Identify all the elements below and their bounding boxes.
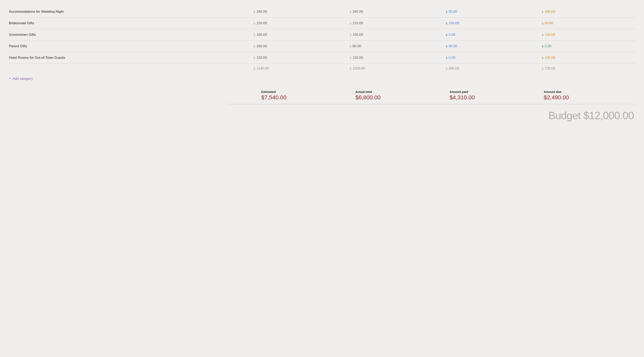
item-paid: $ 0.00 xyxy=(444,52,540,64)
actual-value: 210.00 xyxy=(352,21,363,25)
actual-value: 80.00 xyxy=(352,44,361,48)
actual-label: Actual total xyxy=(355,90,446,93)
item-name: Bridesmaid Gifts xyxy=(8,17,252,29)
add-category-cell: + Add category xyxy=(8,73,636,84)
subtotal-actual-value: 1000.00 xyxy=(352,66,365,70)
subtotals-row: $ 1140.00 $ 1000.00 $ 280.00 $ 720.00 xyxy=(8,64,636,73)
add-category-row: + Add category xyxy=(8,73,636,84)
estimated-label: Estimated xyxy=(261,90,351,93)
item-estimated: $ 110.00 xyxy=(252,52,348,64)
dollar-icon: $ xyxy=(542,45,544,48)
due-value: 100.00 xyxy=(545,56,555,60)
dollar-icon: $ xyxy=(254,45,255,48)
table-row: Parent Gifts $ 160.00 $ 80.00 $ 80.00 xyxy=(8,40,636,52)
item-due: $ 150.00 xyxy=(540,29,636,40)
table-row: Accommodations for Wedding Night $ 340.0… xyxy=(8,6,636,17)
item-paid: $ 0.00 xyxy=(444,29,540,40)
dollar-icon: $ xyxy=(542,56,544,59)
estimated-value: 160.00 xyxy=(256,33,267,37)
dollar-icon: $ xyxy=(542,21,544,25)
item-actual: $ 100.00 xyxy=(348,52,444,64)
due-value: 150.00 xyxy=(545,33,555,37)
dollar-icon: $ xyxy=(350,21,351,25)
item-estimated: $ 220.00 xyxy=(252,17,348,29)
due-value: 290.00 xyxy=(545,10,555,14)
subtotal-actual: $ 1000.00 xyxy=(348,64,444,73)
subtotal-paid: $ 280.00 xyxy=(444,64,540,73)
paid-total: $4,310.00 xyxy=(450,94,540,101)
item-estimated: $ 340.00 xyxy=(252,6,348,17)
dollar-icon: $ xyxy=(542,67,544,70)
item-paid: $ 50.00 xyxy=(444,6,540,17)
dollar-icon: $ xyxy=(254,10,255,13)
item-actual: $ 210.00 xyxy=(348,17,444,29)
dollar-icon: $ xyxy=(254,67,255,70)
summary-col-due: Amount due $2,490.00 xyxy=(542,90,636,101)
paid-value: 150.00 xyxy=(449,21,459,25)
actual-total: $6,800.00 xyxy=(355,94,446,101)
item-estimated: $ 160.00 xyxy=(252,40,348,52)
table-row: Groomsmen Gifts $ 160.00 $ 150.00 $ 0.00 xyxy=(8,29,636,40)
actual-value: 100.00 xyxy=(352,56,363,60)
item-due: $ 290.00 xyxy=(540,6,636,17)
dollar-icon: $ xyxy=(446,67,447,70)
due-total: $2,490.00 xyxy=(544,94,634,101)
subtotals-spacer xyxy=(8,64,252,73)
item-name: Accommodations for Wedding Night xyxy=(8,6,252,17)
estimated-value: 110.00 xyxy=(256,56,267,60)
table-row: Bridesmaid Gifts $ 220.00 $ 210.00 $ 150… xyxy=(8,17,636,29)
item-name: Parent Gifts xyxy=(8,40,252,52)
subtotal-due: $ 720.00 xyxy=(540,64,636,73)
subtotal-estimated: $ 1140.00 xyxy=(252,64,348,73)
item-name: Groomsmen Gifts xyxy=(8,29,252,40)
dollar-icon: $ xyxy=(350,67,351,70)
dollar-icon: $ xyxy=(350,45,351,48)
paid-value: 50.00 xyxy=(449,10,458,14)
subtotal-estimated-value: 1140.00 xyxy=(256,66,269,70)
actual-value: 150.00 xyxy=(352,33,363,37)
item-estimated: $ 160.00 xyxy=(252,29,348,40)
actual-value: 340.00 xyxy=(352,10,363,14)
summary-col-paid: Amount paid $4,310.00 xyxy=(448,90,542,101)
summary-col-estimated: Estimated $7,540.00 xyxy=(259,90,353,101)
due-value: 0.00 xyxy=(545,44,552,48)
item-actual: $ 340.00 xyxy=(348,6,444,17)
subtotal-paid-value: 280.00 xyxy=(449,66,459,70)
dollar-icon: $ xyxy=(254,21,255,25)
item-due: $ 0.00 xyxy=(540,40,636,52)
summary-columns: Estimated $7,540.00 Actual total $6,800.… xyxy=(8,90,636,101)
table-row: Hotel Rooms for Out-of-Town Guests $ 110… xyxy=(8,52,636,64)
budget-total: Budget $12,000.00 xyxy=(548,110,634,121)
dollar-icon: $ xyxy=(350,33,351,36)
dollar-icon: $ xyxy=(542,33,544,36)
summary-divider xyxy=(228,104,636,104)
add-category-button[interactable]: + Add category xyxy=(9,76,33,81)
estimated-total: $7,540.00 xyxy=(261,94,351,101)
estimated-value: 340.00 xyxy=(256,10,267,14)
dollar-icon: $ xyxy=(254,33,255,36)
paid-value: 0.00 xyxy=(449,56,456,60)
dollar-icon: $ xyxy=(446,45,447,48)
paid-value: 80.00 xyxy=(449,44,458,48)
estimated-value: 160.00 xyxy=(256,44,267,48)
paid-value: 0.00 xyxy=(449,33,456,37)
dollar-icon: $ xyxy=(254,56,255,59)
summary-section: Estimated $7,540.00 Actual total $6,800.… xyxy=(8,88,636,122)
item-due: $ 100.00 xyxy=(540,52,636,64)
dollar-icon: $ xyxy=(446,10,447,13)
item-due: $ 60.00 xyxy=(540,17,636,29)
dollar-icon: $ xyxy=(350,56,351,59)
plus-icon: + xyxy=(9,76,11,81)
dollar-icon: $ xyxy=(542,10,544,13)
item-actual: $ 80.00 xyxy=(348,40,444,52)
item-paid: $ 150.00 xyxy=(444,17,540,29)
budget-display: Budget $12,000.00 xyxy=(8,107,636,122)
due-value: 60.00 xyxy=(545,21,554,25)
dollar-icon: $ xyxy=(446,21,447,25)
dollar-icon: $ xyxy=(446,33,447,36)
item-name: Hotel Rooms for Out-of-Town Guests xyxy=(8,52,252,64)
summary-col-actual: Actual total $6,800.00 xyxy=(353,90,448,101)
paid-label: Amount paid xyxy=(450,90,540,93)
add-category-label: Add category xyxy=(13,77,33,81)
subtotal-due-value: 720.00 xyxy=(545,66,555,70)
